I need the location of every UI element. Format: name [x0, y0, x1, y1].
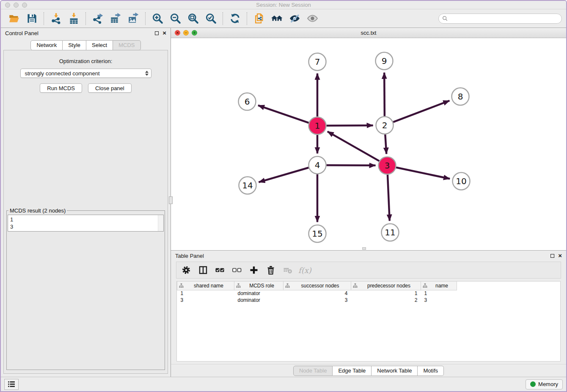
home-layout-icon[interactable] [268, 11, 286, 26]
graph-node-14[interactable]: 14 [239, 177, 256, 194]
column-header-successor-nodes[interactable]: successor nodes [284, 282, 351, 290]
edge-2-9[interactable] [384, 72, 385, 116]
network-minimize-button[interactable]: − [183, 30, 189, 36]
table-row[interactable]: 3dominator323 [177, 297, 457, 304]
table-cell[interactable]: 1 [351, 290, 421, 297]
search-input[interactable] [450, 15, 558, 22]
hide-graphics-details-icon[interactable] [286, 11, 303, 26]
tab-network-table[interactable]: Network Table [372, 366, 418, 376]
tab-node-table[interactable]: Node Table [293, 366, 333, 376]
edge-1-2[interactable] [326, 125, 373, 126]
table-panel-float-button[interactable] [550, 254, 554, 258]
control-panel-header: Control Panel × [1, 28, 171, 38]
tab-network[interactable]: Network [30, 40, 63, 50]
network-graph: 7968124314101511 [171, 38, 565, 250]
graph-node-8[interactable]: 8 [452, 88, 469, 105]
result-scrollbar[interactable] [158, 215, 163, 231]
edge-3-10[interactable] [396, 167, 450, 179]
edge-4-3[interactable] [326, 165, 375, 166]
network-close-button[interactable]: ✕ [175, 30, 180, 36]
tab-select[interactable]: Select [86, 40, 113, 50]
table-cell[interactable]: 4 [284, 290, 351, 297]
graph-node-4[interactable]: 4 [309, 157, 326, 174]
memory-button[interactable]: Memory [526, 379, 563, 389]
search-box [438, 14, 562, 24]
import-network-icon[interactable] [47, 11, 65, 26]
graph-node-11[interactable]: 11 [382, 224, 399, 241]
edge-3-11[interactable] [388, 174, 390, 221]
mcds-result-list[interactable]: 1 3 [8, 215, 164, 232]
delete-row-trash-icon[interactable] [264, 264, 277, 276]
criterion-value: strongly connected component [25, 70, 100, 77]
fit-content-icon[interactable] [184, 11, 202, 26]
window-close-button[interactable] [5, 3, 10, 8]
table-settings-gear-icon[interactable] [180, 264, 193, 276]
table-cell[interactable]: 3 [421, 297, 457, 304]
insert-column-icon[interactable] [197, 264, 209, 276]
svg-text:9: 9 [382, 56, 387, 66]
graph-node-6[interactable]: 6 [239, 93, 256, 110]
graph-node-3[interactable]: 3 [379, 157, 396, 174]
edge-3-1[interactable] [328, 132, 379, 161]
zoom-out-icon[interactable] [166, 11, 184, 26]
table-cell[interactable]: 1 [421, 290, 457, 297]
graph-node-15[interactable]: 15 [309, 225, 326, 243]
column-header-MCDS-role[interactable]: MCDS role [234, 282, 284, 290]
copy-network-view-icon[interactable] [250, 11, 268, 26]
window-minimize-button[interactable] [14, 3, 19, 8]
zoom-in-icon[interactable] [149, 11, 166, 26]
tab-edge-table[interactable]: Edge Table [333, 366, 372, 376]
import-table-icon[interactable] [65, 11, 83, 26]
table-cell[interactable]: dominator [234, 290, 284, 297]
tab-style[interactable]: Style [63, 40, 86, 50]
export-table-icon[interactable] [107, 11, 124, 26]
control-panel: Control Panel × NetworkStyleSelectMCDS O… [1, 28, 171, 377]
network-zoom-button[interactable]: + [192, 30, 197, 36]
network-canvas[interactable]: 7968124314101511 [171, 38, 566, 250]
table-row[interactable]: 1dominator411 [177, 290, 457, 297]
graph-node-9[interactable]: 9 [376, 52, 393, 70]
table-cell[interactable]: 2 [351, 297, 421, 304]
tab-mcds[interactable]: MCDS [113, 40, 140, 50]
canvas-scroll-grip[interactable] [362, 247, 366, 250]
unselect-all-checkboxes-icon[interactable] [231, 264, 243, 276]
table-cell[interactable]: dominator [234, 297, 284, 304]
graph-node-10[interactable]: 10 [453, 173, 470, 190]
task-history-button[interactable] [4, 379, 19, 390]
table-cell[interactable]: 3 [284, 297, 351, 304]
window-zoom-button[interactable] [22, 3, 27, 8]
edge-2-8[interactable] [393, 101, 449, 122]
edge-4-14[interactable] [259, 168, 308, 182]
tab-motifs[interactable]: Motifs [418, 366, 444, 376]
graph-node-1[interactable]: 1 [309, 117, 326, 135]
close-panel-button[interactable]: Close panel [88, 83, 132, 93]
node-table[interactable]: shared nameMCDS rolesuccessor nodesprede… [176, 281, 561, 362]
export-image-icon[interactable] [124, 11, 142, 26]
select-all-checkboxes-icon[interactable] [214, 264, 226, 276]
run-mcds-button[interactable]: Run MCDS [40, 83, 82, 93]
criterion-select[interactable]: strongly connected component [20, 69, 151, 78]
edge-1-6[interactable] [258, 105, 309, 123]
edge-2-3[interactable] [385, 134, 386, 154]
show-graphics-details-icon[interactable] [303, 11, 321, 26]
open-session-icon[interactable] [5, 11, 23, 26]
zoom-selected-icon[interactable] [202, 11, 220, 26]
column-header-predecessor-nodes[interactable]: predecessor nodes [351, 282, 421, 290]
control-panel-close-button[interactable]: × [162, 31, 166, 35]
mcds-panel: Optimization criterion: strongly connect… [3, 50, 168, 374]
network-window-titlebar[interactable]: ✕ − + scc.txt [171, 28, 566, 38]
control-panel-float-button[interactable] [155, 31, 159, 35]
graph-node-7[interactable]: 7 [309, 53, 326, 71]
panel-divider-grip[interactable] [169, 196, 173, 204]
add-row-icon[interactable] [248, 264, 260, 276]
table-cell[interactable]: 1 [177, 290, 234, 297]
column-header-name[interactable]: name [421, 282, 457, 290]
column-header-shared-name[interactable]: shared name [177, 282, 234, 290]
table-cell[interactable]: 3 [177, 297, 234, 304]
refresh-view-icon[interactable] [226, 11, 244, 26]
graph-node-2[interactable]: 2 [376, 117, 394, 134]
app-window: Session: New Session [0, 0, 567, 392]
export-network-icon[interactable] [89, 11, 107, 26]
save-session-icon[interactable] [23, 11, 41, 26]
table-panel-close-button[interactable]: × [558, 254, 562, 258]
